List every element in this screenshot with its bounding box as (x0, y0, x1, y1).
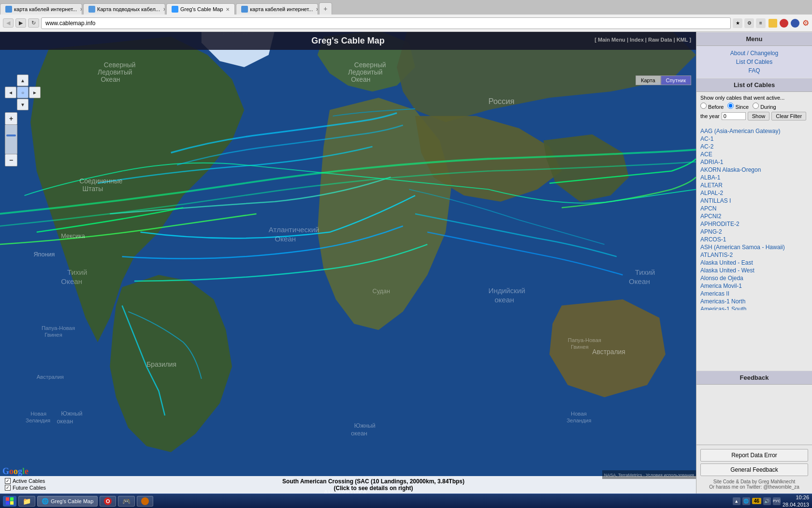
menu-link-faq[interactable]: FAQ (696, 66, 812, 75)
cable-link[interactable]: Alaska United - East (696, 259, 812, 267)
cable-link[interactable]: AC-1 (696, 135, 812, 143)
map-svg[interactable]: Северный Ледовитый Океан Северный Ледови… (0, 32, 696, 493)
cable-link[interactable]: AC-2 (696, 143, 812, 150)
cable-link[interactable]: APCNI2 (696, 212, 812, 220)
cable-link[interactable]: ALPAL-2 (696, 189, 812, 197)
radio-during[interactable] (753, 103, 759, 109)
taskbar-gregs-cable-map[interactable]: 🌐 Greg's Cable Map (37, 496, 98, 507)
show-button[interactable]: Show (748, 112, 770, 120)
map-type-buttons: Карта Спутник (636, 75, 691, 85)
new-tab-btn[interactable]: + (319, 2, 332, 15)
cable-link[interactable]: ACE (696, 150, 812, 158)
cable-link[interactable]: ANTILLAS I (696, 197, 812, 205)
pan-left-btn[interactable]: ◄ (5, 87, 16, 98)
pan-right-btn[interactable]: ► (29, 87, 41, 98)
menu-link-about[interactable]: About / Changelog (696, 49, 812, 58)
pan-up-btn[interactable]: ▲ (17, 75, 29, 86)
cable-link[interactable]: ASH (American Samoa - Hawaii) (696, 243, 812, 251)
bookmark-icon[interactable]: ★ (733, 18, 742, 28)
tab-1-close[interactable]: ✕ (80, 7, 82, 12)
active-cables-checkbox[interactable]: ✓ (5, 478, 11, 484)
cable-link[interactable]: Americas-1 South (696, 305, 812, 310)
svg-text:океан: океан (494, 296, 514, 304)
map-legend: ✓ Active Cables ✓ Future Cables (0, 476, 51, 493)
forward-button[interactable]: ▶ (15, 18, 26, 28)
back-button[interactable]: ◀ (3, 18, 14, 28)
start-button[interactable] (3, 496, 16, 507)
cable-link[interactable]: ADRIA-1 (696, 158, 812, 166)
zoom-out-btn[interactable]: − (5, 154, 17, 166)
year-input[interactable]: 0 (722, 112, 746, 120)
future-cables-label: Future Cables (13, 485, 46, 491)
svg-text:Тихий: Тихий (635, 268, 655, 276)
radio-before[interactable] (700, 103, 707, 109)
cable-link[interactable]: APHRODITE-2 (696, 220, 812, 228)
zoom-in-btn[interactable]: + (5, 112, 17, 125)
taskbar: 📁 🌐 Greg's Cable Map O 🎮 ▲ 🌐 46 🔊 РУС 10… (0, 493, 812, 508)
radio-since-text: Since (736, 104, 749, 110)
map-type-satellite[interactable]: Спутник (661, 75, 691, 85)
cable-link[interactable]: AKORN Alaska-Oregon (696, 166, 812, 174)
radio-since[interactable] (727, 103, 734, 109)
extension-icon-2[interactable] (780, 19, 788, 28)
svg-text:Атлантический: Атлантический (269, 225, 319, 234)
svg-text:Индийский: Индийский (489, 286, 525, 295)
cable-link[interactable]: ATLANTIS-2 (696, 251, 812, 259)
taskbar-folder-icon[interactable]: 📁 (18, 496, 35, 507)
taskbar-cable-map-label: Greg's Cable Map (51, 498, 93, 504)
radio-during-text: During (760, 104, 776, 110)
taskbar-extra-icon[interactable] (137, 496, 153, 507)
map-container[interactable]: Greg's Cable Map [ Main Menu | Index | R… (0, 32, 696, 493)
footer-line1: Site Code & Data by Greg Mahlknecht (700, 479, 808, 484)
tray-network-icon[interactable]: 🌐 (742, 497, 750, 505)
tab-3-close[interactable]: ✕ (226, 7, 230, 12)
report-data-error-button[interactable]: Report Data Error (700, 449, 808, 462)
cable-link[interactable]: Alonso de Ojeda (696, 274, 812, 282)
svg-text:Ледовитый: Ледовитый (348, 68, 383, 76)
cable-link[interactable]: America Movil-1 (696, 282, 812, 290)
cable-link[interactable]: APCN (696, 205, 812, 212)
tray-language-icon[interactable]: РУС (773, 497, 781, 505)
tab-1[interactable]: карта кабелей интернет... ✕ (0, 3, 82, 15)
taskbar-steam-icon[interactable]: 🎮 (118, 496, 135, 507)
cable-link[interactable]: AAG (Asia-American Gateway) (696, 127, 812, 135)
svg-text:Соединенные: Соединенные (79, 177, 123, 185)
tray-volume-icon[interactable]: 🔊 (763, 497, 771, 505)
cable-link[interactable]: APNG-2 (696, 228, 812, 236)
menu-icon[interactable]: ≡ (756, 18, 766, 28)
clock-time: 10:26 (783, 494, 809, 501)
general-feedback-button[interactable]: General Feedback (700, 463, 808, 476)
tab-4[interactable]: карта кабелей интернет... ✕ (236, 3, 318, 15)
logo-q1 (6, 497, 9, 501)
pan-down-btn[interactable]: ▼ (17, 99, 29, 110)
url-input[interactable]: www.cablemap.info (41, 17, 731, 29)
pan-center-btn[interactable]: ○ (17, 87, 29, 98)
refresh-button[interactable]: ↻ (28, 18, 39, 28)
cable-link[interactable]: ARCOS-1 (696, 236, 812, 243)
tab-4-close[interactable]: ✕ (316, 7, 318, 12)
attribution-text: NASA, TerraMetrics · Условия использован… (604, 473, 694, 478)
browser-chrome: карта кабелей интернет... ✕ Карта подвод… (0, 0, 812, 32)
cable-link[interactable]: Americas-1 North (696, 298, 812, 305)
tray-arrow[interactable]: ▲ (733, 497, 740, 505)
map-nav-controls: ▲ ◄ ○ ► ▼ + − (5, 75, 31, 166)
cable-link[interactable]: ALETAR (696, 181, 812, 189)
map-title-nav: [ Main Menu | Index | Raw Data | KML ] (594, 37, 691, 43)
cable-link[interactable]: ALBA-1 (696, 174, 812, 181)
extension-icon-1[interactable] (768, 19, 777, 28)
tab-2[interactable]: Карта подводных кабел... ✕ (83, 3, 165, 15)
tab-3[interactable]: Greg's Cable Map ✕ (166, 3, 235, 15)
cable-link[interactable]: Alaska United - West (696, 267, 812, 274)
tray-notification-count[interactable]: 46 (752, 498, 761, 504)
future-cables-checkbox[interactable]: ✓ (5, 485, 11, 491)
map-type-map[interactable]: Карта (636, 75, 660, 85)
cable-link[interactable]: Americas II (696, 290, 812, 298)
tab-2-close[interactable]: ✕ (163, 7, 165, 12)
clear-filter-button[interactable]: Clear Filter (771, 112, 806, 120)
taskbar-opera-icon[interactable]: O (100, 496, 116, 507)
svg-text:Северный: Северный (354, 61, 386, 69)
settings-icon[interactable]: ⚙ (744, 18, 754, 28)
extension-icon-3[interactable] (791, 19, 799, 28)
menu-link-cables[interactable]: List Of Cables (696, 58, 812, 66)
extension-icon-4[interactable]: ⚙ (802, 18, 809, 28)
